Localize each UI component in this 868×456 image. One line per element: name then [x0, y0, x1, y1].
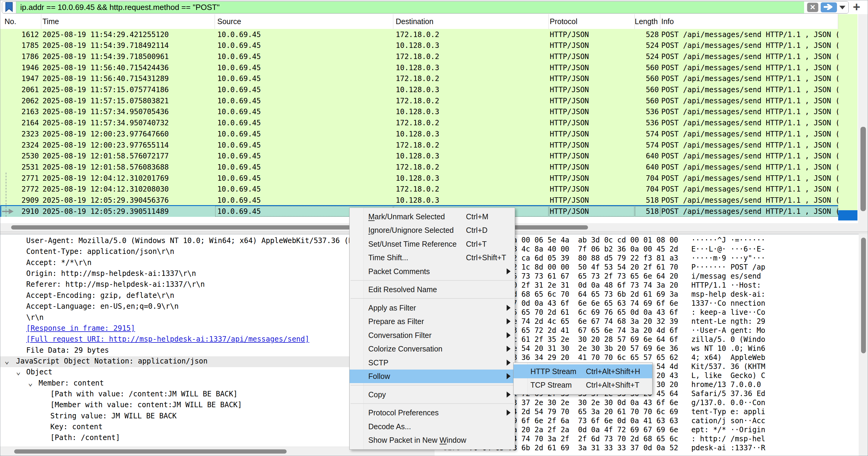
add-filter-button[interactable]: +	[850, 0, 863, 13]
cell-destination: 172.18.0.2	[393, 161, 549, 172]
cell-source: 10.0.69.45	[215, 29, 393, 40]
cell-time: 2025-08-19 12:00:23.977655114	[41, 139, 215, 151]
menu-item-ignore-unignore-selected[interactable]: Ignore/Unignore SelectedCtrl+D	[350, 224, 515, 237]
packet-row-2324[interactable]: 23242025-08-19 12:00:23.97765511410.0.69…	[0, 139, 838, 151]
hex-bytes: 64 65 73 6b 2d 61 69 3a	[578, 290, 678, 298]
packet-list-vscrollbar[interactable]	[858, 14, 868, 232]
menu-item-show-packet-in-new-window[interactable]: Show Packet in New Window	[350, 433, 515, 447]
cell-protocol: HTTP/JSON	[549, 84, 635, 95]
cell-no: 2163	[0, 106, 41, 118]
packet-row-2163[interactable]: 21632025-08-19 11:57:34.95070543610.0.69…	[0, 106, 838, 118]
hex-bytes: 2f 6d 73 70 2d 68 65 6c	[578, 435, 678, 443]
selected-row-border	[0, 205, 838, 206]
menu-item-label: Prepare as Filter	[368, 317, 424, 326]
hex-ascii: Safari/5	[691, 389, 726, 398]
menu-item-apply-as-filter[interactable]: Apply as Filter	[350, 301, 515, 315]
menu-item-decode-as[interactable]: Decode As...	[350, 420, 515, 433]
column-header-length[interactable]: Length	[635, 14, 660, 29]
packet-row-1946[interactable]: 19462025-08-19 11:56:40.71542443610.0.69…	[0, 62, 838, 73]
menu-item-packet-comments[interactable]: Packet Comments	[350, 264, 515, 278]
hex-bytes: 30 2e 30 0d 0a 43 6f 6e	[578, 398, 678, 407]
hex-ascii: i/messag	[691, 272, 726, 281]
details-text: [Full request URI: http://msp-helpdesk-a…	[26, 335, 309, 344]
hex-ascii: zilla/5.	[691, 335, 726, 344]
bookmark-icon	[5, 2, 13, 13]
column-header-label: Protocol	[550, 17, 578, 26]
packet-row-2323[interactable]: 23232025-08-19 12:00:23.97764766010.0.69…	[0, 128, 838, 139]
packet-context-menu: Mark/Unmark SelectedCtrl+M Ignore/Unigno…	[349, 207, 515, 450]
hex-ascii: HTTP/1.1	[691, 281, 726, 289]
selected-row-border-left	[0, 206, 1, 217]
packet-row-1785[interactable]: 17852025-08-19 11:54:39.71849211410.0.69…	[0, 40, 838, 51]
column-header-time[interactable]: Time	[41, 14, 215, 29]
column-header-label: Time	[42, 17, 59, 26]
clear-filter-button[interactable]: ✕	[807, 3, 818, 12]
chevron-down-icon[interactable]: ⌄	[16, 367, 21, 376]
cell-source: 10.0.69.45	[215, 161, 393, 172]
cell-time: 2025-08-19 11:56:40.715431289	[41, 73, 215, 84]
menu-item-prepare-as-filter[interactable]: Prepare as Filter	[350, 315, 515, 329]
packet-row-2061[interactable]: 20612025-08-19 11:57:15.07577418610.0.69…	[0, 84, 838, 95]
cell-destination: 172.18.0.2	[393, 139, 549, 151]
packet-row-2909[interactable]: 29092025-08-19 12:05:29.39045637610.0.69…	[0, 195, 838, 206]
display-filter-input[interactable]: ip.addr == 10.0.69.45 && http.request.me…	[16, 1, 804, 13]
packet-row-2531[interactable]: 25312025-08-19 12:01:58.57608368810.0.69…	[0, 161, 838, 172]
cell-no: 2530	[0, 151, 41, 162]
column-header-protocol[interactable]: Protocol	[549, 14, 635, 29]
menu-item-set-unset-time-reference[interactable]: Set/Unset Time ReferenceCtrl+T	[350, 237, 515, 251]
submenu-item-http-stream[interactable]: HTTP Stream Ctrl+Alt+Shift+H	[514, 364, 652, 378]
filter-bookmark-button[interactable]	[2, 1, 16, 13]
cell-source: 10.0.69.45	[215, 184, 393, 195]
cell-destination: 172.18.0.2	[393, 73, 549, 84]
details-text: \r\n	[26, 313, 44, 322]
menu-separator	[350, 296, 515, 301]
details-hscrollbar-thumb[interactable]	[14, 449, 287, 454]
packet-row-2164[interactable]: 21642025-08-19 11:57:34.95074073210.0.69…	[0, 118, 838, 129]
details-text: String value: JM WILL BE BACK	[50, 412, 177, 420]
packet-row-2530[interactable]: 25302025-08-19 12:01:58.57607217710.0.69…	[0, 151, 838, 162]
filter-dropdown-button[interactable]	[839, 6, 845, 9]
column-header-source[interactable]: Source	[215, 14, 393, 29]
column-header-info[interactable]: Info	[660, 14, 838, 29]
packet-row-1612[interactable]: 16122025-08-19 11:54:29.42125512010.0.69…	[0, 29, 838, 40]
bytes-vscrollbar[interactable]	[859, 234, 868, 456]
cell-info: POST /api/messages/send HTTP/1.1 , JSON …	[660, 206, 838, 217]
intelligent-scrollbar-minimap[interactable]	[838, 14, 858, 221]
menu-item-copy[interactable]: Copy	[350, 388, 515, 401]
cell-source: 10.0.69.45	[215, 172, 393, 184]
bytes-vscrollbar-thumb[interactable]	[861, 238, 866, 353]
menu-item-edit-resolved-name[interactable]: Edit Resolved Name	[350, 283, 515, 297]
cell-info: POST /api/messages/send HTTP/1.1 , JSON …	[660, 62, 838, 73]
cell-time: 2025-08-19 11:56:40.715424436	[41, 62, 215, 73]
packet-row-2772[interactable]: 27722025-08-19 12:04:12.31020803010.0.69…	[0, 184, 838, 195]
column-header-no[interactable]: No.	[0, 14, 41, 29]
packet-row-1786[interactable]: 17862025-08-19 11:54:39.71850096110.0.69…	[0, 51, 838, 62]
cell-length: 528	[635, 29, 660, 40]
chevron-down-icon[interactable]: ⌄	[28, 378, 33, 387]
submenu-item-tcp-stream[interactable]: TCP Stream Ctrl+Alt+Shift+T	[514, 378, 652, 392]
column-header-destination[interactable]: Destination	[393, 14, 549, 29]
packet-row-1947[interactable]: 19472025-08-19 11:56:40.71543128910.0.69…	[0, 73, 838, 84]
cell-protocol: HTTP/JSON	[549, 73, 635, 84]
cell-info: POST /api/messages/send HTTP/1.1 , JSON …	[660, 106, 838, 118]
cell-length: 574	[635, 139, 660, 151]
cell-destination: 172.18.0.2	[393, 184, 549, 195]
menu-item-label: Apply as Filter	[368, 303, 416, 312]
apply-filter-button[interactable]	[821, 2, 837, 12]
submenu-item-label: HTTP Stream	[530, 367, 576, 376]
menu-item-follow[interactable]: Follow	[350, 369, 515, 383]
menu-item-sctp[interactable]: SCTP	[350, 356, 515, 369]
menu-item-mark-unmark-selected[interactable]: Mark/Unmark SelectedCtrl+M	[350, 209, 515, 224]
hex-ascii: desk-ai:	[731, 290, 766, 298]
menu-item-conversation-filter[interactable]: Conversation Filter	[350, 328, 515, 342]
packet-row-2062[interactable]: 20622025-08-19 11:57:15.07580382110.0.69…	[0, 95, 838, 106]
menu-item-colorize-conversation[interactable]: Colorize Conversation	[350, 342, 515, 356]
packet-row-2771[interactable]: 27712025-08-19 12:04:12.31020176910.0.69…	[0, 172, 838, 184]
menu-item-time-shift[interactable]: Time Shift...Ctrl+Shift+T	[350, 251, 515, 265]
cell-protocol: HTTP/JSON	[549, 62, 635, 73]
menu-item-protocol-preferences[interactable]: Protocol Preferences	[350, 406, 515, 420]
chevron-down-icon[interactable]: ⌄	[4, 356, 9, 365]
packet-list-vscrollbar-thumb[interactable]	[861, 127, 866, 211]
hex-ascii: ·=······	[731, 236, 766, 244]
cell-info: POST /api/messages/send HTTP/1.1 , JSON …	[660, 139, 838, 151]
